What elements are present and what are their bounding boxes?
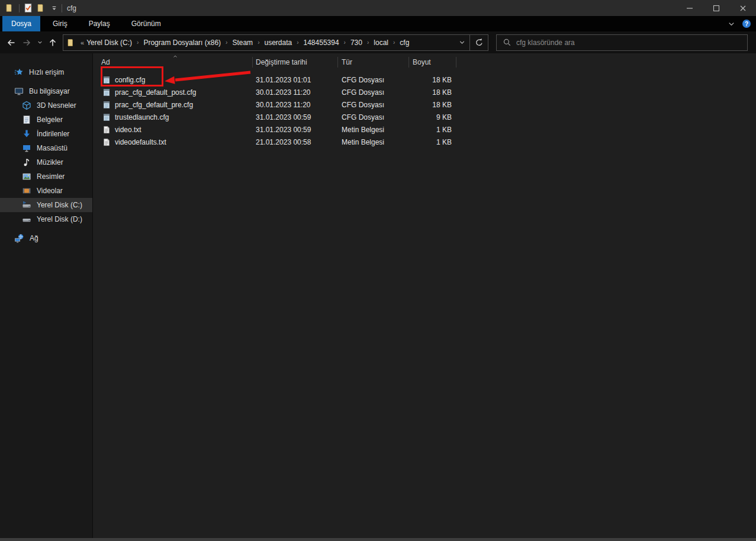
sidebar-item-label: Resimler <box>37 172 65 181</box>
breadcrumb-separator[interactable]: › <box>256 39 261 46</box>
forward-button[interactable] <box>19 35 34 50</box>
cfg-file-icon <box>102 113 111 121</box>
breadcrumb-separator[interactable]: › <box>224 39 229 46</box>
chevron-down-icon <box>37 39 43 46</box>
file-modified: 30.01.2023 11:20 <box>253 88 338 97</box>
column-header-tur[interactable]: Tür <box>338 53 409 71</box>
sidebar-item-label: Yerel Disk (C:) <box>37 201 82 209</box>
maximize-button[interactable] <box>703 0 729 16</box>
sidebar-item-videolar[interactable]: Videolar <box>0 184 92 198</box>
customize-quick-access-dropdown-icon[interactable] <box>50 4 58 12</box>
file-row-prac-cfg-default-post[interactable]: prac_cfg_default_post.cfg 30.01.2023 11:… <box>93 86 756 98</box>
sidebar-item-label: Müzikler <box>37 158 63 167</box>
breadcrumb-separator[interactable]: › <box>135 39 140 46</box>
minimize-icon <box>685 4 694 13</box>
file-row-prac-cfg-default-pre[interactable]: prac_cfg_default_pre.cfg 30.01.2023 11:2… <box>93 98 756 111</box>
file-size: 18 KB <box>409 76 456 84</box>
sidebar-item-ag[interactable]: Ağ <box>0 231 92 245</box>
file-modified: 31.01.2023 00:59 <box>253 113 338 121</box>
column-header-ad[interactable]: Ad <box>93 53 253 71</box>
breadcrumb-item[interactable]: Yerel Disk (C:) <box>83 35 135 50</box>
sidebar-item-bu-bilgisayar[interactable]: Bu bilgisayar <box>0 84 92 98</box>
up-button[interactable] <box>45 35 60 50</box>
file-size: 18 KB <box>409 101 456 109</box>
sidebar-item-label: Masaüstü <box>37 144 67 152</box>
sidebar-item-hizli-erisim[interactable]: Hızlı erişim <box>0 65 92 79</box>
file-modified: 21.01.2023 00:58 <box>253 138 338 146</box>
address-bar[interactable]: « Yerel Disk (C:) › Program Dosyaları (x… <box>63 34 488 51</box>
recent-locations-button[interactable] <box>34 35 45 50</box>
close-button[interactable] <box>729 0 756 16</box>
new-folder-icon[interactable] <box>37 3 47 13</box>
breadcrumb-separator[interactable]: › <box>391 39 397 46</box>
cfg-file-icon <box>102 76 111 84</box>
file-name: video.txt <box>115 126 141 134</box>
sidebar-item-indirilenler[interactable]: İndirilenler <box>0 127 92 141</box>
search-input[interactable] <box>511 39 747 47</box>
quick-access-star-icon <box>14 68 24 77</box>
column-headers: Ad Değiştirme tarihi Tür Boyut <box>93 53 756 71</box>
sidebar-item-yerel-disk-d[interactable]: Yerel Disk (D:) <box>0 212 92 226</box>
sidebar-item-label: 3D Nesneler <box>37 101 76 110</box>
tab-paylas[interactable]: Paylaş <box>80 16 119 31</box>
titlebar: cfg <box>0 0 756 16</box>
file-name: videodefaults.txt <box>115 138 166 146</box>
minimize-button[interactable] <box>676 0 703 16</box>
column-header-boyut[interactable]: Boyut <box>409 53 456 71</box>
network-icon <box>14 233 24 244</box>
breadcrumb-item[interactable]: Program Dosyaları (x86) <box>140 35 224 50</box>
window-bottom-edge <box>0 538 756 541</box>
window-title: cfg <box>67 4 76 12</box>
documents-icon <box>22 115 31 124</box>
sidebar-item-label: Hızlı erişim <box>29 68 64 76</box>
sidebar-item-resimler[interactable]: Resimler <box>0 169 92 184</box>
file-row-video-txt[interactable]: video.txt 31.01.2023 00:59 Metin Belgesi… <box>93 123 756 136</box>
chevron-down-icon <box>458 39 466 46</box>
help-icon[interactable] <box>742 19 751 28</box>
breadcrumb-item[interactable]: userdata <box>261 35 295 50</box>
sidebar-item-label: Yerel Disk (D:) <box>37 215 82 223</box>
breadcrumb-item[interactable]: local <box>371 35 391 50</box>
column-header-degistirme-tarihi[interactable]: Değiştirme tarihi <box>253 53 338 71</box>
breadcrumb-item[interactable]: 730 <box>348 35 365 50</box>
file-modified: 31.01.2023 01:01 <box>253 76 338 84</box>
address-dropdown-button[interactable] <box>454 35 469 50</box>
file-size: 9 KB <box>409 113 456 121</box>
sidebar-item-yerel-disk-c[interactable]: Yerel Disk (C:) <box>0 198 92 212</box>
breadcrumb-separator[interactable]: › <box>295 39 300 46</box>
sidebar-item-label: Bu bilgisayar <box>29 87 70 95</box>
tab-giris[interactable]: Giriş <box>44 16 76 31</box>
file-explorer-window: cfg Dosya Giriş Paylaş Görünüm « Yerel D… <box>0 0 756 541</box>
breadcrumb-item[interactable]: Steam <box>229 35 256 50</box>
properties-icon[interactable] <box>23 3 33 13</box>
file-size: 1 KB <box>409 138 456 146</box>
tab-dosya[interactable]: Dosya <box>2 16 40 31</box>
breadcrumb-item[interactable]: 148455394 <box>301 35 342 50</box>
sidebar-item-muzikler[interactable]: Müzikler <box>0 155 92 169</box>
pictures-icon <box>22 172 31 181</box>
sidebar-item-label: Ağ <box>30 234 38 242</box>
breadcrumb-separator[interactable]: › <box>365 39 371 46</box>
file-row-config-cfg[interactable]: config.cfg 31.01.2023 01:01 CFG Dosyası … <box>93 73 756 86</box>
sidebar-item-3d-nesneler[interactable]: 3D Nesneler <box>0 98 92 113</box>
quick-access-toolbar <box>0 3 62 13</box>
explorer-folder-icon[interactable] <box>5 3 15 13</box>
back-button[interactable] <box>4 35 19 50</box>
back-icon <box>7 38 16 47</box>
cfg-file-icon <box>102 88 111 97</box>
tab-gorunum[interactable]: Görünüm <box>123 16 170 31</box>
sidebar-item-belgeler[interactable]: Belgeler <box>0 113 92 127</box>
search-box[interactable] <box>496 34 748 51</box>
sidebar-item-masaustu[interactable]: Masaüstü <box>0 141 92 155</box>
breadcrumb-item-current[interactable]: cfg <box>397 35 412 50</box>
downloads-icon <box>22 129 31 139</box>
up-icon <box>48 38 57 47</box>
local-disk-d-icon <box>22 215 31 224</box>
file-size: 18 KB <box>409 88 456 97</box>
breadcrumb-separator[interactable]: › <box>342 39 348 46</box>
expand-ribbon-icon[interactable] <box>727 20 736 28</box>
close-icon <box>738 4 748 13</box>
file-row-trustedlaunch[interactable]: trustedlaunch.cfg 31.01.2023 00:59 CFG D… <box>93 111 756 123</box>
refresh-button[interactable] <box>470 35 488 50</box>
file-row-videodefaults-txt[interactable]: videodefaults.txt 21.01.2023 00:58 Metin… <box>93 136 756 148</box>
